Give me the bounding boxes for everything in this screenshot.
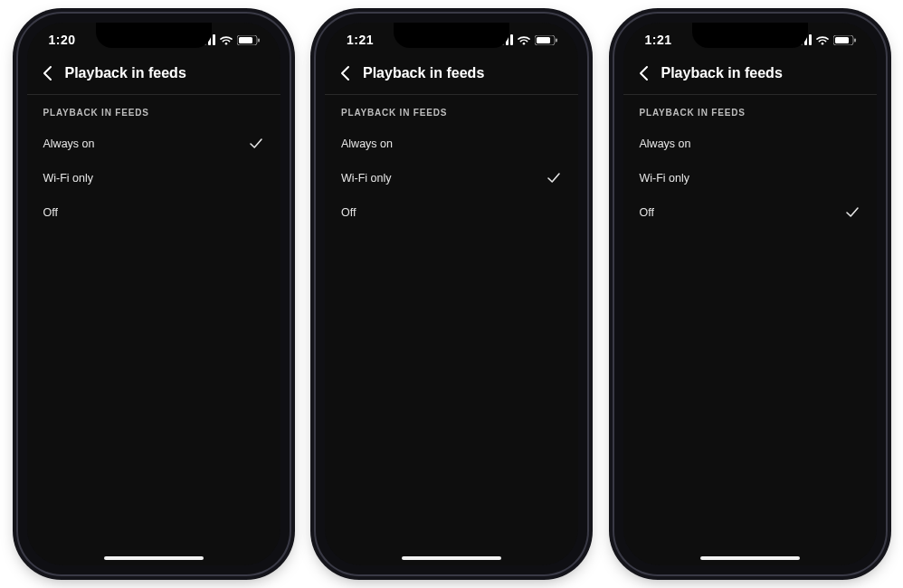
phone-2: 1:21 Playback in feeds PLAYBACK IN FEEDS…	[316, 14, 587, 574]
nav-bar: Playback in feeds	[325, 57, 578, 95]
page-title: Playback in feeds	[363, 65, 484, 81]
option-label: Wi-Fi only	[640, 173, 844, 185]
empty-space	[325, 230, 578, 565]
notch	[96, 23, 212, 48]
option-off[interactable]: Off	[27, 195, 280, 230]
empty-space	[623, 230, 877, 565]
battery-icon	[237, 35, 261, 45]
option-label: Off	[640, 207, 844, 219]
phone-screen: 1:21 Playback in feeds PLAYBACK IN FEEDS…	[325, 23, 578, 565]
option-label: Always on	[341, 138, 546, 150]
back-button[interactable]	[36, 62, 60, 85]
section-header: PLAYBACK IN FEEDS	[623, 95, 877, 127]
option-always-on[interactable]: Always on	[27, 127, 280, 161]
option-always-on[interactable]: Always on	[325, 127, 578, 161]
wifi-icon	[816, 35, 829, 45]
empty-space	[27, 230, 280, 565]
option-label: Always on	[640, 138, 844, 150]
notch	[394, 23, 509, 48]
status-time: 1:20	[49, 33, 76, 47]
nav-bar: Playback in feeds	[27, 57, 280, 95]
option-label: Wi-Fi only	[341, 173, 546, 185]
check-icon	[546, 170, 562, 186]
phone-1: 1:20 Playback in feeds PLAYBACK IN FEEDS…	[18, 14, 290, 574]
back-button[interactable]	[334, 62, 357, 85]
back-button[interactable]	[632, 62, 656, 85]
status-time: 1:21	[645, 33, 672, 47]
home-indicator[interactable]	[700, 556, 800, 560]
option-wifi-only[interactable]: Wi-Fi only	[623, 161, 877, 195]
option-always-on[interactable]: Always on	[623, 127, 877, 161]
phone-screen: 1:20 Playback in feeds PLAYBACK IN FEEDS…	[27, 23, 280, 565]
option-wifi-only[interactable]: Wi-Fi only	[325, 161, 578, 195]
phone-3: 1:21 Playback in feeds PLAYBACK IN FEEDS…	[614, 14, 886, 574]
chevron-left-icon	[39, 64, 57, 82]
chevron-left-icon	[635, 64, 653, 82]
notch	[692, 23, 808, 48]
nav-bar: Playback in feeds	[623, 57, 877, 95]
status-time: 1:21	[347, 33, 374, 47]
wifi-icon	[518, 35, 530, 45]
option-label: Off	[341, 207, 546, 219]
option-label: Wi-Fi only	[43, 173, 248, 185]
page-title: Playback in feeds	[65, 65, 186, 81]
chevron-left-icon	[337, 64, 355, 82]
wifi-icon	[220, 35, 233, 45]
section-header: PLAYBACK IN FEEDS	[27, 95, 280, 127]
option-off[interactable]: Off	[325, 195, 578, 230]
page-title: Playback in feeds	[661, 65, 783, 81]
battery-icon	[833, 35, 857, 45]
three-phone-comparison: 1:20 Playback in feeds PLAYBACK IN FEEDS…	[0, 0, 903, 588]
check-icon	[844, 204, 860, 221]
option-label: Off	[43, 207, 248, 219]
battery-icon	[535, 35, 558, 45]
home-indicator[interactable]	[402, 556, 501, 560]
phone-screen: 1:21 Playback in feeds PLAYBACK IN FEEDS…	[623, 23, 877, 565]
option-wifi-only[interactable]: Wi-Fi only	[27, 161, 280, 195]
check-icon	[248, 136, 264, 152]
option-off[interactable]: Off	[623, 195, 877, 230]
section-header: PLAYBACK IN FEEDS	[325, 95, 578, 127]
home-indicator[interactable]	[104, 556, 204, 560]
option-label: Always on	[43, 138, 248, 150]
